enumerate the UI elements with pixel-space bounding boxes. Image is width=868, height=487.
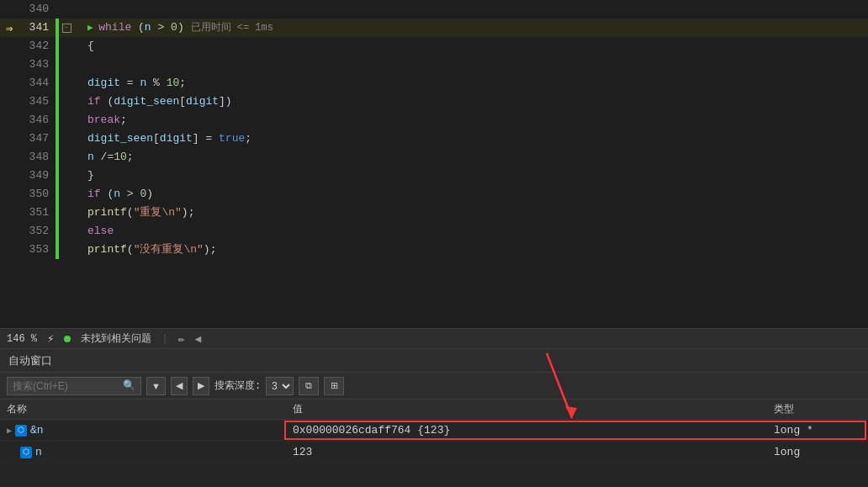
table-row: ⬡n123long (0, 442, 868, 463)
line-content: printf("重复\n"); (84, 204, 868, 222)
code-line: 347 digit_seen[digit] = true; (0, 130, 868, 148)
db-icon: ⬡ (15, 425, 27, 437)
auto-window-title: 自动窗口 (8, 353, 52, 368)
auto-window: 自动窗口 🔍 ▼ ◀ ▶ 搜索深度: 3 1 2 4 5 ⧉ ⊞ 名称 值 类型… (0, 348, 868, 487)
filter-icon-btn[interactable]: ⊞ (324, 377, 344, 395)
green-bar (56, 93, 59, 111)
var-value: 123 (286, 446, 767, 458)
auto-toolbar[interactable]: 🔍 ▼ ◀ ▶ 搜索深度: 3 1 2 4 5 ⧉ ⊞ (0, 373, 868, 400)
var-name-text: &n (30, 424, 44, 437)
var-table: 名称 值 类型 ▶⬡&n0x00000026cdaff764 {123}long… (0, 400, 868, 487)
line-number: 351 (19, 204, 56, 222)
code-line: 352 else (0, 222, 868, 241)
status-bar: 146 % ⚡ 未找到相关问题 | ✏️ ◀ (0, 328, 868, 348)
var-type: long * (767, 424, 868, 437)
line-number: 353 (19, 241, 56, 259)
var-name: ⬡n (0, 446, 286, 458)
line-content: if (n > 0) (84, 185, 868, 204)
code-line: 349 } (0, 167, 868, 185)
zoom-level[interactable]: 146 % (7, 333, 37, 345)
code-line: 342 { (0, 37, 868, 56)
line-content: printf("没有重复\n"); (84, 241, 868, 259)
status-divider: | (161, 333, 167, 345)
green-bar (56, 0, 59, 19)
green-bar (56, 204, 59, 222)
line-number: 349 (19, 167, 56, 185)
var-table-header: 名称 值 类型 (0, 400, 868, 420)
green-bar (56, 56, 59, 74)
nav-back-btn[interactable]: ◀ (171, 377, 188, 395)
code-line: 345 if (digit_seen[digit]) (0, 93, 868, 111)
line-number: 345 (19, 93, 56, 111)
var-rows: ▶⬡&n0x00000026cdaff764 {123}long *⬡n123l… (0, 420, 868, 487)
code-line: 344 digit = n % 10; (0, 74, 868, 93)
zoom-icon: ⚡ (47, 331, 54, 346)
line-content: else (84, 222, 868, 241)
line-number: 346 (19, 111, 56, 130)
line-number: 341 (19, 19, 56, 37)
green-bar (56, 241, 59, 259)
editor-area: 340⇒341-▶ while (n > 0) 已用时间 <= 1ms342 {… (0, 0, 868, 328)
line-number: 348 (19, 148, 56, 167)
search-box[interactable]: 🔍 (7, 377, 141, 395)
var-name-text: n (35, 446, 42, 458)
col-name-header: 名称 (0, 402, 286, 416)
code-line: 353 printf("没有重复\n"); (0, 241, 868, 259)
line-number: 342 (19, 37, 56, 56)
auto-title-bar: 自动窗口 (0, 349, 868, 373)
green-bar (56, 222, 59, 241)
table-row: ▶⬡&n0x00000026cdaff764 {123}long * (0, 420, 868, 442)
code-line: 346 break; (0, 111, 868, 130)
green-bar (56, 74, 59, 93)
depth-select[interactable]: 3 1 2 4 5 (266, 377, 294, 395)
line-content: { (84, 37, 868, 56)
collapse-indicator[interactable]: - (59, 24, 74, 33)
code-line: ⇒341-▶ while (n > 0) 已用时间 <= 1ms (0, 19, 868, 37)
depth-label: 搜索深度: (214, 378, 261, 393)
line-number: 340 (19, 0, 56, 19)
var-value: 0x00000026cdaff764 {123} (286, 424, 767, 437)
search-input[interactable] (13, 380, 119, 392)
nav-forward-btn[interactable]: ▶ (193, 377, 209, 395)
line-number: 352 (19, 222, 56, 241)
green-bar (56, 148, 59, 167)
search-dropdown-btn[interactable]: ▼ (146, 377, 166, 395)
code-line: 350 if (n > 0) (0, 185, 868, 204)
line-content: n /=10; (84, 148, 868, 167)
green-bar (56, 37, 59, 56)
line-number: 350 (19, 185, 56, 204)
status-dot (64, 336, 71, 342)
green-bar (56, 111, 59, 130)
line-number: 344 (19, 74, 56, 93)
line-content: digit_seen[digit] = true; (84, 130, 868, 148)
nav-icon: ◀ (194, 332, 201, 346)
line-content: if (digit_seen[digit]) (84, 93, 868, 111)
code-line: 340 (0, 0, 868, 19)
expand-icon[interactable]: ▶ (7, 426, 12, 436)
col-value-header: 值 (286, 402, 767, 416)
search-icon: 🔍 (123, 379, 135, 392)
code-container: 340⇒341-▶ while (n > 0) 已用时间 <= 1ms342 {… (0, 0, 868, 328)
code-lines: 340⇒341-▶ while (n > 0) 已用时间 <= 1ms342 {… (0, 0, 868, 328)
line-content: break; (84, 111, 868, 130)
var-type: long (767, 446, 868, 458)
var-name: ▶⬡&n (0, 424, 286, 437)
line-arrow: ⇒ (0, 21, 19, 35)
code-line: 343 (0, 56, 868, 74)
line-number: 343 (19, 56, 56, 74)
green-bar (56, 185, 59, 204)
line-content: } (84, 167, 868, 185)
line-number: 347 (19, 130, 56, 148)
code-line: 348 n /=10; (0, 148, 868, 167)
edit-icon: ✏️ (178, 332, 185, 346)
code-line: 351 printf("重复\n"); (0, 204, 868, 222)
copy-icon-btn[interactable]: ⧉ (299, 377, 319, 395)
status-message: 未找到相关问题 (81, 331, 151, 346)
line-content: ▶ while (n > 0) 已用时间 <= 1ms (84, 19, 868, 37)
col-type-header: 类型 (767, 402, 868, 416)
line-content: digit = n % 10; (84, 74, 868, 93)
db-icon: ⬡ (20, 447, 32, 458)
green-bar (56, 167, 59, 185)
green-bar (56, 130, 59, 148)
